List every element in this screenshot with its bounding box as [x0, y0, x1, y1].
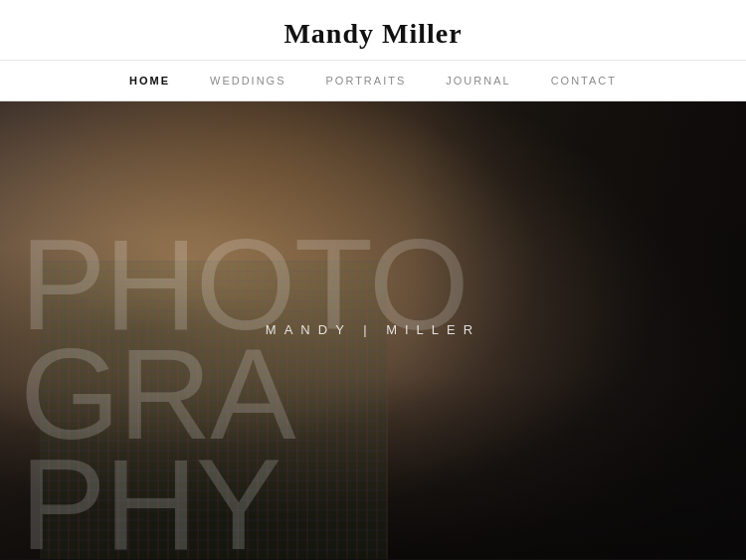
site-header: Mandy Miller — [0, 0, 746, 61]
site-nav: HOME WEDDINGS PORTRAITS JOURNAL CONTACT — [0, 61, 746, 101]
hero-section: MANDY | MILLER PHOTOGRAPHY — [0, 101, 746, 559]
nav-weddings[interactable]: WEDDINGS — [210, 75, 286, 87]
big-text-photography: PHOTOGRAPHY — [20, 230, 746, 560]
site-title: Mandy Miller — [0, 18, 746, 50]
nav-contact[interactable]: CONTACT — [551, 75, 617, 87]
nav-portraits[interactable]: PORTRAITS — [326, 75, 407, 87]
nav-journal[interactable]: JOURNAL — [446, 75, 510, 87]
big-text-container: PHOTOGRAPHY — [0, 230, 746, 560]
nav-home[interactable]: HOME — [129, 75, 170, 87]
